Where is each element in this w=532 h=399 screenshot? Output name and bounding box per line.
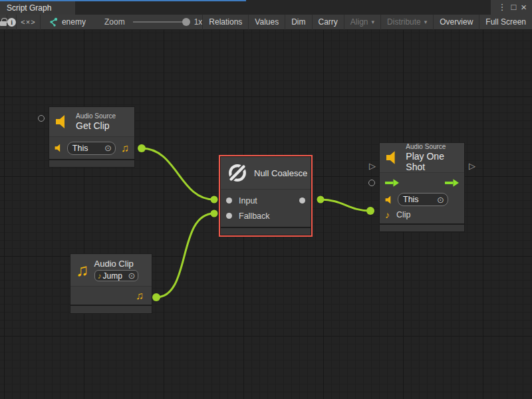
info-button[interactable]: i — [7, 15, 17, 30]
graph-name-label: enemy — [62, 17, 86, 27]
zoom-control: Zoom 1x — [104, 17, 202, 27]
node-footer — [70, 306, 152, 313]
values-button[interactable]: Values — [249, 15, 285, 30]
audio-source-icon — [386, 150, 400, 165]
node-footer — [380, 225, 464, 231]
code-brackets-icon: <×> — [21, 18, 35, 26]
graph-canvas[interactable]: Audio Source Get Clip This ⊙ ♫ — [0, 30, 532, 399]
this-value: This — [403, 195, 419, 204]
flow-out-arrow-icon — [445, 179, 459, 187]
audioclip-output-port-icon[interactable]: ♫ — [121, 143, 129, 154]
node-footer — [49, 160, 134, 167]
wire-endpoint[interactable] — [317, 196, 325, 203]
note-icon: ♪ — [98, 272, 102, 280]
info-icon: i — [7, 18, 16, 27]
wire-audioclip-to-fallback[interactable] — [156, 213, 214, 297]
zoom-slider-handle[interactable] — [182, 18, 190, 26]
lock-icon — [0, 21, 7, 26]
audio-source-mini-icon — [55, 144, 63, 152]
object-picker-icon[interactable]: ⊙ — [437, 196, 444, 204]
lock-button[interactable] — [0, 15, 7, 30]
flow-in-arrow-icon — [385, 179, 399, 187]
distribute-dropdown[interactable]: Distribute ▾ — [381, 15, 434, 30]
graph-breadcrumb[interactable]: enemy — [49, 17, 86, 27]
tab-script-graph[interactable]: Script Graph — [0, 1, 75, 15]
wire-endpoint[interactable] — [366, 207, 374, 215]
object-picker-icon[interactable]: ⊙ — [104, 144, 112, 152]
this-object-field[interactable]: This ⊙ — [67, 142, 116, 155]
audio-clip-icon: ♫ — [76, 261, 89, 279]
close-icon[interactable]: × — [521, 0, 527, 15]
overview-button[interactable]: Overview — [434, 15, 479, 30]
wire-endpoint[interactable] — [211, 210, 218, 217]
audio-clip-field[interactable]: ♪ Jump ⊙ — [94, 270, 138, 281]
audio-source-mini-icon — [385, 196, 394, 204]
node-null-coalesce[interactable]: Null Coalesce Input Fallback — [221, 157, 311, 235]
audio-source-icon — [55, 114, 70, 129]
toolbar-buttons: Relations Values Dim Carry Align ▾ Distr… — [202, 15, 532, 30]
window-tab-bar: Script Graph ⋮ □ × — [0, 0, 532, 15]
node-title: Play One Shot — [406, 151, 464, 172]
edit-graph-button[interactable]: <×> — [17, 15, 41, 30]
fallback-port-label: Fallback — [239, 211, 270, 221]
fallback-port[interactable] — [226, 213, 232, 219]
window-controls: ⋮ □ × — [491, 0, 532, 15]
relations-button[interactable]: Relations — [203, 15, 249, 30]
this-value: This — [72, 144, 88, 153]
node-title: Get Clip — [76, 120, 116, 131]
chevron-down-icon: ▾ — [424, 19, 428, 25]
clip-port-label: Clip — [396, 210, 411, 219]
wire-getclip-to-input[interactable] — [142, 148, 214, 200]
wire-endpoint[interactable] — [138, 144, 146, 152]
dim-button[interactable]: Dim — [285, 15, 312, 30]
fullscreen-button[interactable]: Full Screen — [479, 15, 532, 30]
more-menu-icon[interactable]: ⋮ — [497, 0, 506, 15]
flow-output-port[interactable]: ▷ — [469, 162, 475, 170]
this-input-port[interactable] — [368, 180, 375, 186]
graph-toolbar: i <×> enemy Zoom 1x Relations Values Dim… — [0, 15, 532, 30]
input-port-label: Input — [239, 196, 257, 205]
carry-button[interactable]: Carry — [313, 15, 344, 30]
node-get-clip[interactable]: Audio Source Get Clip This ⊙ ♫ — [49, 107, 134, 167]
distribute-label: Distribute — [387, 17, 421, 27]
input-port[interactable] — [226, 198, 232, 203]
node-audio-clip-literal[interactable]: ♫ Audio Clip ♪ Jump ⊙ ♫ — [70, 254, 152, 313]
wire-endpoint[interactable] — [211, 196, 218, 203]
node-title: Audio Clip — [94, 259, 138, 269]
flow-input-port[interactable]: ▷ — [369, 162, 376, 170]
node-category: Audio Source — [406, 143, 464, 151]
script-graph-icon — [49, 17, 58, 27]
wire-endpoint[interactable] — [152, 293, 160, 301]
this-object-field[interactable]: This ⊙ — [398, 193, 448, 206]
node-title: Null Coalesce — [254, 168, 307, 178]
null-coalesce-icon — [227, 162, 248, 184]
clip-port-icon: ♪ — [385, 209, 390, 220]
zoom-label: Zoom — [104, 17, 125, 27]
node-footer — [221, 228, 311, 235]
audio-clip-value: Jump — [103, 271, 122, 281]
this-input-port[interactable] — [38, 115, 45, 122]
wire-output-to-clip[interactable] — [321, 200, 370, 211]
node-play-one-shot[interactable]: Audio Source Play One Shot ▷ ▷ — [380, 143, 464, 231]
chevron-down-icon: ▾ — [372, 19, 375, 25]
zoom-value: 1x — [194, 17, 203, 27]
zoom-slider[interactable] — [133, 21, 189, 23]
node-category: Audio Source — [76, 112, 116, 120]
maximize-icon[interactable]: □ — [511, 0, 516, 15]
audioclip-output-port-icon[interactable]: ♫ — [136, 291, 144, 301]
align-dropdown[interactable]: Align ▾ — [344, 15, 381, 30]
align-label: Align — [350, 17, 368, 27]
object-picker-icon[interactable]: ⊙ — [128, 271, 136, 280]
result-output-port[interactable] — [299, 198, 305, 203]
